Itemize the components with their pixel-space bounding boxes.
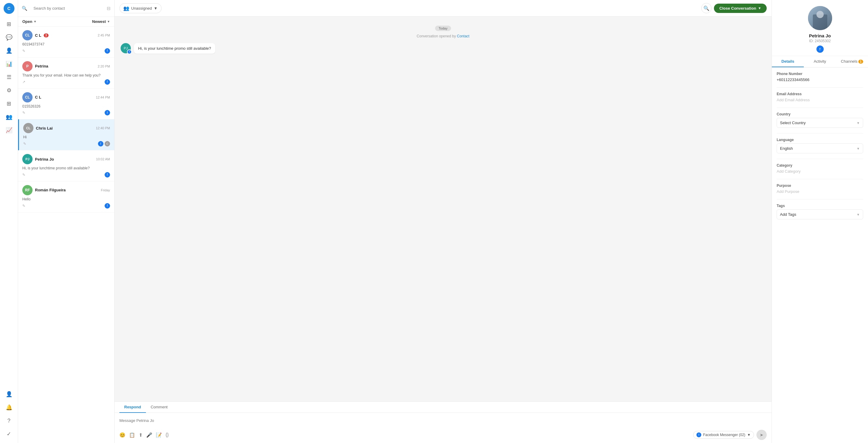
search-icon: 🔍 <box>22 6 27 11</box>
conversation-time: 12:40 PM <box>96 126 110 130</box>
edit-icon: ✎ <box>22 173 25 177</box>
snippet-icon[interactable]: 📝 <box>156 432 162 438</box>
contact-link[interactable]: Contact <box>457 34 469 38</box>
facebook-channel-icon: f <box>104 48 110 54</box>
conversation-time: 10:02 AM <box>96 157 110 161</box>
group-icon: 👥 <box>123 5 129 11</box>
search-conversation-icon[interactable]: 🔍 <box>701 3 712 13</box>
category-label: Category <box>777 163 863 167</box>
analytics-icon[interactable]: 📈 <box>3 124 15 136</box>
conversation-item[interactable]: CL C L 3 2:45 PM 60194373747 ✎ f <box>18 27 114 58</box>
agent-icon[interactable]: 👤 <box>3 388 15 400</box>
tags-select[interactable]: Add Tags ▼ <box>777 210 863 219</box>
sender-avatar: PJ f <box>121 43 131 53</box>
email-placeholder[interactable]: Add Email Address <box>777 98 863 102</box>
category-placeholder[interactable]: Add Category <box>777 169 863 173</box>
channels-badge: 1 <box>858 60 863 64</box>
contact-avatar: CL <box>22 92 33 102</box>
team-icon[interactable]: 👥 <box>3 111 15 123</box>
conversation-item[interactable]: P Petrina 2:20 PM Thank you for your ema… <box>18 58 114 89</box>
upload-icon[interactable]: ⬆ <box>139 432 143 438</box>
help-icon[interactable]: ? <box>3 415 15 427</box>
phone-value[interactable]: +60112233445566 <box>777 77 863 82</box>
settings-icon[interactable]: ⚙ <box>3 84 15 96</box>
country-select[interactable]: Select Country ▼ <box>777 118 863 128</box>
edit-icon: ✎ <box>23 141 26 146</box>
assignee-button[interactable]: 👥 Unassigned ▼ <box>119 3 162 13</box>
done-icon[interactable]: ✓ <box>3 428 15 440</box>
conversations-icon[interactable]: 💬 <box>3 31 15 43</box>
reports-icon[interactable]: 📊 <box>3 58 15 70</box>
audio-icon[interactable]: 🎤 <box>146 432 152 438</box>
tags-placeholder: Add Tags <box>780 212 796 217</box>
home-icon[interactable]: ⊞ <box>3 18 15 30</box>
contact-avatar: CL <box>23 123 33 133</box>
language-label: Language <box>777 138 863 142</box>
language-chevron-icon: ▼ <box>857 147 860 150</box>
channel-chevron-icon: ▼ <box>747 433 751 437</box>
date-pill: Today <box>435 26 451 31</box>
channel-icon: f <box>696 433 701 437</box>
date-divider: Today <box>121 26 766 31</box>
purpose-field: Purpose Add Purpose <box>777 184 863 194</box>
notifications-icon[interactable]: 🔔 <box>3 402 15 413</box>
tab-channels[interactable]: Channels1 <box>836 56 868 67</box>
contact-avatar-large <box>808 6 832 30</box>
reply-toolbar: 😊 📋 ⬆ 🎤 📝 {} f Facebook Messenger (02) ▼… <box>115 428 772 443</box>
conversation-item[interactable]: RF Román Filgueira Friday Hello ✎ f <box>18 182 114 213</box>
phone-number-field: Phone Number +60112233445566 <box>777 72 863 82</box>
close-conv-label: Close Conversation <box>719 6 756 10</box>
integrations-icon[interactable]: ⊞ <box>3 98 15 110</box>
conversation-item[interactable]: PJ Petrina Jo 10:02 AM Hi, is your lunch… <box>18 150 114 182</box>
contact-header: Petrina Jo ID: 24505302 f <box>772 0 868 56</box>
contact-name: Chris Lai <box>36 126 53 130</box>
language-field: Language English ▼ <box>777 138 863 153</box>
code-icon[interactable]: {} <box>165 432 169 438</box>
tags-field: Tags Add Tags ▼ <box>777 204 863 219</box>
agent-avatar-icon: C <box>104 141 110 147</box>
contact-name: C L <box>35 33 41 38</box>
send-button[interactable]: ➤ <box>756 430 767 440</box>
conversation-preview: Thank you for your email. How can we hel… <box>22 73 110 78</box>
header-actions: 🔍 Close Conversation ▼ <box>701 3 767 13</box>
contact-name: Petrina Jo <box>35 157 54 161</box>
conversation-list-panel: 🔍 ⊟ Open ▼ Newest ▼ CL C L 3 2:45 PM 601… <box>18 0 115 443</box>
avatar-image <box>808 6 832 30</box>
channel-select[interactable]: f Facebook Messenger (02) ▼ <box>693 431 754 439</box>
facebook-channel-icon: f <box>104 172 110 178</box>
language-select[interactable]: English ▼ <box>777 144 863 153</box>
emoji-icon[interactable]: 😊 <box>119 432 125 438</box>
tab-details[interactable]: Details <box>772 56 804 67</box>
status-filter[interactable]: Open ▼ <box>22 19 36 24</box>
conversation-list: CL C L 3 2:45 PM 60194373747 ✎ f P Petri… <box>18 27 114 443</box>
tab-activity[interactable]: Activity <box>804 56 836 67</box>
filter-icon[interactable]: ⊟ <box>107 6 111 11</box>
assignee-chevron-icon: ▼ <box>154 6 158 10</box>
sort-filter[interactable]: Newest ▼ <box>92 19 110 24</box>
user-avatar[interactable]: C <box>4 3 14 14</box>
conversation-item[interactable]: CL Chris Lai 12:40 PM Hi ✎ f C <box>18 119 114 150</box>
comment-tab[interactable]: Comment <box>146 402 173 413</box>
reply-input[interactable] <box>119 416 767 425</box>
conversation-item[interactable]: CL C L 12:44 PM 015526326 ✎ f <box>18 89 114 120</box>
assignee-label: Unassigned <box>131 6 152 10</box>
chat-messages: Today Conversation opened by Contact PJ … <box>115 17 772 402</box>
facebook-channel-icon: f <box>104 79 110 85</box>
close-conversation-button[interactable]: Close Conversation ▼ <box>714 4 767 13</box>
contact-details-fields: Phone Number +60112233445566 Email Addre… <box>772 67 868 229</box>
contacts-icon[interactable]: 👤 <box>3 44 15 57</box>
contact-channel-icon: f <box>816 45 824 53</box>
reply-tabs: Respond Comment <box>115 402 772 413</box>
filter-list-icon[interactable]: ☰ <box>3 71 15 83</box>
reply-area: Respond Comment 😊 📋 ⬆ 🎤 📝 {} f Facebook … <box>115 402 772 443</box>
edit-icon: ↗ <box>22 80 25 84</box>
purpose-placeholder[interactable]: Add Purpose <box>777 189 863 194</box>
language-value: English <box>780 146 793 151</box>
phone-label: Phone Number <box>777 72 863 76</box>
contact-name: Petrina Jo <box>809 33 831 38</box>
attach-icon[interactable]: 📋 <box>129 432 135 438</box>
respond-tab[interactable]: Respond <box>119 402 146 413</box>
search-input[interactable] <box>30 3 104 13</box>
status-chevron-icon: ▼ <box>33 20 36 23</box>
contact-name: Román Filgueira <box>35 188 66 192</box>
